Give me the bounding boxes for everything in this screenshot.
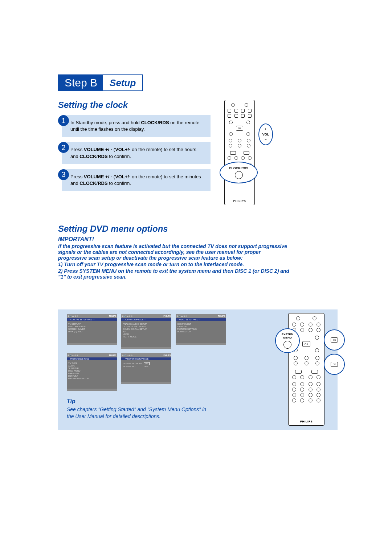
clock-step-2: 2 Press VOLUME +/ - (VOL+/- on the remot… [58, 142, 214, 164]
system-menu-button-icon [283, 341, 291, 349]
dvd-heading: Setting DVD menu options [58, 224, 338, 234]
menu-video-setup: ⚙ 🔊 ▭ ⟲ ⧁PHILIPS — VIDEO SETUP PAGE — CO… [176, 314, 226, 345]
clock-rds-button-icon [235, 171, 243, 179]
callout-clock-rds: CLOCK/RDS [220, 162, 258, 183]
step-letter: Step B [59, 75, 103, 90]
step-number-3: 3 [58, 169, 69, 180]
clock-step-1: 1 In Standby mode, press and hold CLOCK/… [58, 115, 214, 137]
philips-brand: PHILIPS [300, 420, 313, 423]
clock-rds-label: CLOCK/RDS [229, 166, 249, 170]
vol-minus-icon: – [265, 138, 266, 141]
menu-general-setup: ⚙ 🔊 ▭ ⟲ ⧁PHILIPS — GENERAL SETUP PAGE — … [67, 314, 117, 345]
tip-body: See chapters "Getting Started" and "Syst… [67, 406, 212, 420]
step-title: Setup [103, 75, 142, 90]
callout-volume: + VOL – [258, 123, 273, 145]
menu-preference: ⚙ 🔊 ▭ ⟲ ⧁PHILIPS — PREFERENCE PAGE — TV … [67, 353, 117, 391]
important-body: If the progressive scan feature is activ… [58, 243, 290, 280]
remote-illustration-1: OK PHILIPS [224, 100, 255, 205]
step-text-2: Press VOLUME +/ - (VOL+/- on the remote)… [62, 142, 211, 164]
tip-heading: Tip [67, 398, 75, 405]
ok-button-icon: OK [302, 341, 310, 347]
step-number-1: 1 [58, 115, 69, 126]
ok-icon: OK [331, 337, 338, 343]
menu-password-setup: ⚙ 🔊 ▭ ⟲ ⧁PHILIPS — PASSWORD SETUP PAGE —… [121, 353, 171, 384]
callout-nav-2: OK [324, 354, 345, 375]
callout-system-menu: SYSTEM MENU [275, 328, 300, 353]
philips-brand: PHILIPS [233, 199, 246, 203]
important-label: IMPORTANT! [58, 236, 338, 243]
clock-step-3: 3 Press VOLUME +/ - (VOL+/- on the remot… [58, 169, 214, 191]
system-menu-label-2: MENU [283, 336, 292, 339]
system-menu-label-1: SYSTEM [282, 333, 294, 336]
step-header: Step B Setup [58, 74, 143, 91]
ok-button-icon: OK [236, 126, 243, 131]
vol-label: VOL [262, 133, 269, 136]
ok-icon: OK [331, 362, 338, 367]
callout-nav-1: OK [324, 329, 345, 351]
dvd-section-box: ⚙ 🔊 ▭ ⟲ ⧁PHILIPS — GENERAL SETUP PAGE — … [58, 309, 338, 430]
step-text-3: Press VOLUME +/ - (VOL+/- on the remote)… [62, 169, 211, 191]
menu-audio-setup: ⚙ 🔊 ▭ ⟲ ⧁PHILIPS — AUDIO SETUP PAGE — AN… [121, 314, 171, 349]
clock-heading: Setting the clock [58, 100, 214, 110]
vol-plus-icon: + [265, 127, 266, 131]
step-text-1: In Standby mode, press and hold CLOCK/RD… [62, 115, 211, 137]
